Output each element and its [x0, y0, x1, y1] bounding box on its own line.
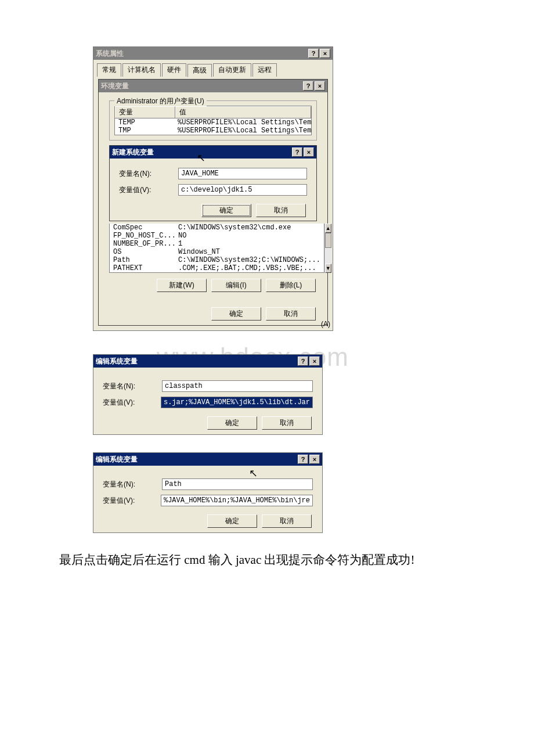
cancel-button[interactable]: 取消 [266, 307, 316, 321]
list-item[interactable]: TEMP %USERPROFILE%\Local Settings\Temp [115, 118, 311, 127]
var-value-label: 变量值(V): [119, 185, 171, 195]
user-vars-group: Administrator 的用户变量(U) 变量 值 TEMP %USERPR… [109, 100, 317, 141]
list-item[interactable]: PATHEXT .COM;.EXE;.BAT;.CMD;.VBS;.VBE;..… [110, 264, 324, 272]
ok-button[interactable]: 确定 [201, 204, 251, 217]
var-name-label: 变量名(N): [119, 169, 171, 179]
sys-vars-list[interactable]: ComSpec C:\WINDOWS\system32\cmd.exe FP_N… [109, 224, 324, 273]
list-item[interactable]: ComSpec C:\WINDOWS\system32\cmd.exe [110, 224, 324, 232]
scroll-down-icon[interactable]: ▼ [325, 264, 331, 273]
edit-path-titlebar: 编辑系统变量 ? × [93, 453, 322, 466]
dialog-title: 编辑系统变量 [96, 357, 138, 366]
cursor-icon: ↖ [249, 467, 258, 480]
system-properties-dialog: 系统属性 ? × 常规 计算机名 硬件 高级 自动更新 远程 环境变量 [93, 46, 333, 331]
scroll-up-icon[interactable]: ▲ [325, 224, 331, 233]
list-item[interactable]: Path C:\WINDOWS\system32;C:\WINDOWS;... [110, 256, 324, 264]
delete-button[interactable]: 删除(L) [266, 279, 316, 292]
env-var-dialog: 环境变量 ? × Administrator 的用户变量(U) 变量 [98, 79, 328, 326]
var-name-input[interactable]: classpath [162, 380, 313, 392]
user-vars-label: Administrator 的用户变量(U) [114, 96, 207, 106]
system-properties-titlebar: 系统属性 ? × [93, 47, 333, 60]
help-icon[interactable]: ? [292, 147, 302, 157]
ok-button[interactable]: 确定 [211, 307, 261, 321]
cancel-button[interactable]: 取消 [262, 514, 312, 528]
caption-text: 最后点击确定后在运行 cmd 输入 javac 出现提示命令符为配置成功! [35, 550, 499, 570]
apply-hint: (A) [321, 320, 330, 328]
ok-button[interactable]: 确定 [207, 514, 257, 528]
var-value-input[interactable]: c:\develop\jdk1.5 [178, 184, 307, 196]
env-var-title: 环境变量 [101, 81, 129, 91]
list-item[interactable]: FP_NO_HOST_C... NO [110, 232, 324, 240]
tab-autoupdate[interactable]: 自动更新 [213, 63, 251, 77]
edit-classpath-dialog: 编辑系统变量 ? × 变量名(N): classpath 变量值(V): s.j… [93, 354, 323, 435]
edit-button[interactable]: 编辑(I) [211, 279, 261, 292]
new-sys-var-title: 新建系统变量 [112, 147, 154, 157]
list-item[interactable]: TMP %USERPROFILE%\Local Settings\Temp [115, 127, 311, 135]
user-vars-list[interactable]: 变量 值 TEMP %USERPROFILE%\Local Settings\T… [114, 106, 312, 135]
edit-path-dialog: 编辑系统变量 ? × ↖ 变量名(N): Path 变量值(V): %JAVA_… [93, 452, 323, 533]
env-var-titlebar: 环境变量 ? × [99, 80, 327, 92]
system-properties-tabs: 常规 计算机名 硬件 高级 自动更新 远程 [93, 60, 333, 77]
scroll-thumb[interactable] [325, 233, 331, 248]
help-icon[interactable]: ? [303, 81, 313, 91]
user-col-var[interactable]: 变量 [115, 106, 175, 118]
close-icon[interactable]: × [320, 49, 330, 58]
ok-button[interactable]: 确定 [207, 416, 257, 430]
var-name-label: 变量名(N): [103, 480, 155, 489]
sys-vars-scrollbar[interactable]: ▲ ▼ [324, 224, 331, 273]
list-item[interactable]: OS Windows_NT [110, 248, 324, 256]
var-value-input[interactable]: s.jar;%JAVA_HOME%\jdk1.5\lib\dt.Jar [161, 397, 313, 408]
close-icon[interactable]: × [309, 357, 320, 366]
system-properties-title: 系统属性 [96, 49, 124, 59]
cancel-button[interactable]: 取消 [262, 416, 312, 430]
tab-hardware[interactable]: 硬件 [162, 63, 186, 77]
user-col-val[interactable]: 值 [175, 106, 311, 118]
var-value-label: 变量值(V): [103, 398, 154, 408]
help-icon[interactable]: ? [308, 49, 319, 58]
help-icon[interactable]: ? [298, 357, 308, 366]
cursor-icon: ↖ [197, 152, 205, 164]
tab-remote[interactable]: 远程 [252, 63, 277, 77]
dialog-title: 编辑系统变量 [96, 455, 138, 465]
tab-advanced[interactable]: 高级 [187, 64, 212, 77]
help-icon[interactable]: ? [298, 455, 308, 464]
var-name-input[interactable]: JAVA_HOME [178, 168, 307, 179]
list-item[interactable]: NUMBER_OF_PR... 1 [110, 240, 324, 248]
tab-general[interactable]: 常规 [97, 63, 121, 77]
var-value-input[interactable]: %JAVA_HOME%\bin;%JAVA_HOME%\bin\jre [161, 495, 313, 506]
var-name-input[interactable]: Path [162, 478, 313, 490]
close-icon[interactable]: × [304, 147, 314, 157]
new-button[interactable]: 新建(W) [157, 279, 207, 292]
new-sys-var-dialog: 新建系统变量 ? × ↖ 变量名(N): JAVA_HOME [109, 145, 317, 221]
tab-computername[interactable]: 计算机名 [122, 63, 161, 77]
var-value-label: 变量值(V): [103, 496, 154, 506]
close-icon[interactable]: × [309, 455, 320, 464]
close-icon[interactable]: × [315, 81, 325, 91]
cancel-button[interactable]: 取消 [256, 204, 306, 217]
edit-classpath-titlebar: 编辑系统变量 ? × [93, 355, 322, 368]
var-name-label: 变量名(N): [103, 381, 155, 391]
new-sys-var-titlebar: 新建系统变量 ? × [110, 146, 316, 159]
